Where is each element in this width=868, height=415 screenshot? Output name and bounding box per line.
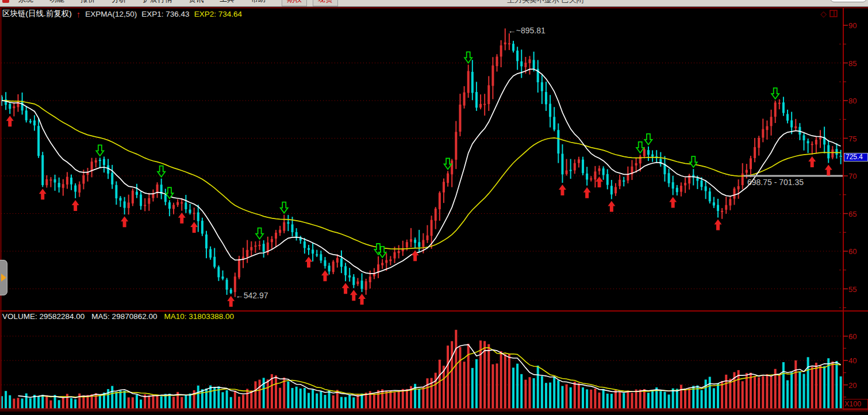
- menu-item-4[interactable]: 扩展行情: [143, 0, 172, 5]
- pane-borders-and-ticks: [0, 7, 868, 412]
- buy-arrow-icon: [342, 283, 349, 294]
- price-tick-label: 70: [848, 172, 857, 180]
- up-arrow-icon: ↑: [76, 10, 81, 18]
- buy-signal-arrows: [6, 116, 832, 307]
- menu-item-1[interactable]: 功能: [49, 0, 64, 5]
- buy-arrow-icon: [72, 200, 79, 211]
- indicator-name[interactable]: EXPMA(12,50): [85, 10, 137, 18]
- sell-arrow-icon: [158, 166, 165, 177]
- search-input[interactable]: [830, 0, 867, 2]
- sell-arrow-icon: [464, 52, 472, 63]
- volume-tick-label: 20: [848, 381, 857, 390]
- menu-hot-item-1[interactable]: 现货: [313, 0, 338, 6]
- exp1-ema12-line: [2, 69, 841, 274]
- menu-bar: 系统功能报价分析扩展行情资讯工具帮助期权现货 主力买卖不显示 已关闭: [0, 0, 868, 7]
- split-window-icon[interactable]: [829, 10, 838, 18]
- exp2-ema50-line: [2, 101, 841, 249]
- price-tick-label: 80: [848, 97, 857, 105]
- price-tick-label: 85: [848, 59, 857, 68]
- status-note: 主力买卖不显示 已关闭: [507, 0, 584, 7]
- volume-unit-label: X100: [843, 399, 868, 410]
- price-tick-label: 60: [848, 247, 857, 256]
- buy-arrow-icon: [321, 270, 329, 281]
- main-menu: 系统功能报价分析扩展行情资讯工具帮助期权现货: [18, 0, 344, 6]
- buy-arrow-icon: [715, 220, 722, 230]
- buy-arrow-icon: [358, 294, 366, 305]
- buy-arrow-icon: [669, 197, 677, 207]
- menu-item-6[interactable]: 工具: [220, 0, 235, 5]
- volume-tick-label: 60: [848, 332, 857, 341]
- sell-arrow-icon: [256, 228, 263, 239]
- volume-bars: [1, 330, 842, 409]
- buy-arrow-icon: [178, 213, 186, 224]
- volume-ma10-value: MA10: 31803388.00: [164, 312, 234, 321]
- price-tick-label: 75: [848, 135, 857, 143]
- sell-arrow-icon: [281, 202, 288, 213]
- app-icon[interactable]: [2, 0, 9, 3]
- buy-arrow-icon: [305, 257, 313, 268]
- sell-arrow-icon: [690, 156, 697, 167]
- buy-arrow-icon: [6, 116, 14, 126]
- volume-pane-header: VOLUME: 29582284.00 MA5: 29870862.00 MA1…: [2, 312, 234, 321]
- exp1-value: EXP1: 736.43: [141, 10, 189, 18]
- symbol-title[interactable]: 区块链(日线.前复权): [2, 9, 72, 19]
- menu-bar-inner: 系统功能报价分析扩展行情资讯工具帮助期权现货 主力买卖不显示 已关闭: [0, 0, 868, 7]
- volume-value: VOLUME: 29582284.00: [2, 312, 85, 321]
- volume-tick-label: 40: [848, 356, 857, 365]
- buy-arrow-icon: [825, 165, 832, 176]
- buy-arrow-icon: [39, 189, 47, 199]
- chart-canvas[interactable]: 698.75 - 701.35←~895.81←542.97: [0, 0, 868, 415]
- buy-arrow-icon: [412, 250, 419, 261]
- menu-item-2[interactable]: 报价: [80, 0, 95, 5]
- diamond-icon[interactable]: ◇: [820, 10, 827, 18]
- buy-arrow-icon: [608, 201, 615, 212]
- sell-arrow-icon: [96, 145, 103, 156]
- menu-hot-item-0[interactable]: 期权: [282, 0, 307, 6]
- sell-arrow-icon: [636, 142, 644, 153]
- sell-arrow-icon: [771, 88, 779, 99]
- sell-arrow-icon: [644, 134, 652, 145]
- buy-arrow-icon: [583, 187, 591, 198]
- sidebar-collapse-tab[interactable]: [0, 260, 7, 295]
- menu-item-5[interactable]: 资讯: [189, 0, 203, 5]
- buy-arrow-icon: [190, 222, 198, 233]
- sell-arrow-icon: [444, 158, 452, 169]
- range-line-label: 698.75 - 701.35: [747, 178, 804, 187]
- pane-corner-icons: ◇: [820, 10, 838, 18]
- price-tick-label: 90: [848, 21, 857, 30]
- peak-price-annotation: ←~895.81: [508, 26, 546, 35]
- current-price-label: 725.4: [844, 153, 868, 162]
- trough-price-annotation: ←542.97: [236, 291, 268, 300]
- buy-arrow-icon: [808, 156, 816, 167]
- price-tick-label: 55: [848, 285, 857, 294]
- candlesticks: [1, 28, 842, 297]
- buy-arrow-icon: [596, 176, 603, 187]
- menu-item-0[interactable]: 系统: [18, 0, 33, 5]
- price-tick-label: 65: [848, 210, 857, 218]
- buy-arrow-icon: [559, 185, 566, 195]
- menu-item-7[interactable]: 帮助: [251, 0, 266, 5]
- buy-arrow-icon: [227, 296, 235, 307]
- menu-item-3[interactable]: 分析: [112, 0, 126, 5]
- buy-arrow-icon: [350, 290, 358, 301]
- price-pane-header: 区块链(日线.前复权) ↑ EXPMA(12,50) EXP1: 736.43 …: [2, 9, 242, 19]
- volume-ma5-value: MA5: 29870862.00: [91, 312, 157, 321]
- exp2-value: EXP2: 734.64: [194, 10, 242, 18]
- expand-arrow-icon: [1, 274, 6, 282]
- buy-arrow-icon: [121, 216, 128, 227]
